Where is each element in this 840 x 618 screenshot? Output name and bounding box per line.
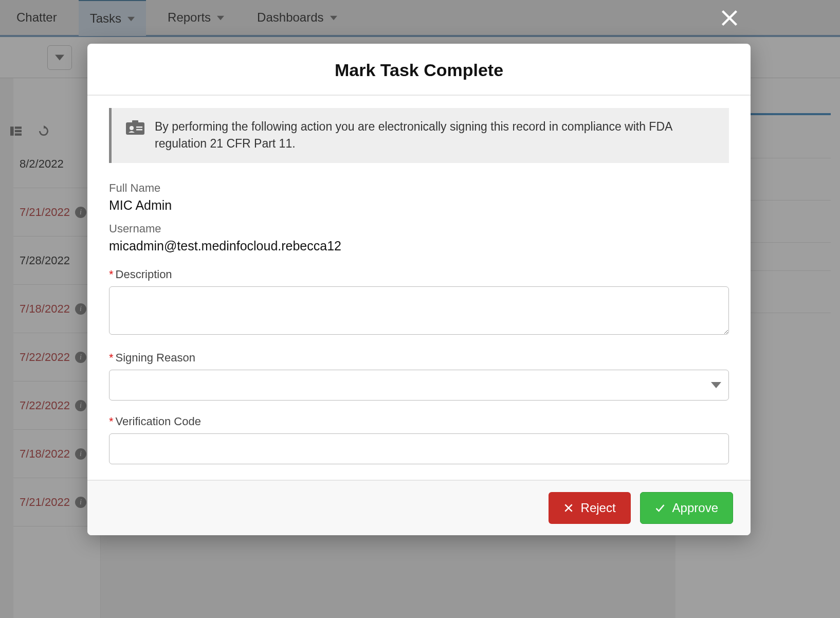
label-text: Signing Reason bbox=[116, 351, 195, 364]
approve-button[interactable]: Approve bbox=[640, 492, 733, 524]
signing-reason-field: *Signing Reason bbox=[109, 351, 729, 401]
modal-footer: Reject Approve bbox=[87, 480, 751, 535]
verification-code-label: *Verification Code bbox=[109, 415, 729, 428]
close-icon bbox=[563, 503, 574, 513]
check-icon bbox=[655, 503, 665, 513]
signing-reason-select[interactable] bbox=[109, 370, 729, 401]
reject-button[interactable]: Reject bbox=[549, 492, 631, 524]
signing-reason-label: *Signing Reason bbox=[109, 351, 729, 365]
full-name-label: Full Name bbox=[109, 181, 729, 195]
modal-title: Mark Task Complete bbox=[98, 60, 740, 80]
svg-rect-10 bbox=[136, 129, 142, 131]
username-label: Username bbox=[109, 222, 729, 235]
svg-rect-6 bbox=[126, 122, 144, 135]
close-modal-button[interactable] bbox=[717, 5, 742, 31]
compliance-notice: By performing the following action you a… bbox=[109, 108, 729, 163]
chevron-down-icon bbox=[711, 380, 721, 390]
required-indicator: * bbox=[109, 415, 114, 428]
username-field: Username micadmin@test.medinfocloud.rebe… bbox=[109, 222, 729, 253]
id-card-icon bbox=[126, 120, 144, 137]
verification-code-input[interactable] bbox=[109, 433, 729, 464]
username-value: micadmin@test.medinfocloud.rebecca12 bbox=[109, 239, 729, 253]
svg-point-8 bbox=[130, 126, 134, 130]
full-name-field: Full Name MIC Admin bbox=[109, 181, 729, 213]
button-label: Approve bbox=[672, 501, 718, 515]
description-field: *Description bbox=[109, 268, 729, 337]
required-indicator: * bbox=[109, 351, 114, 364]
required-indicator: * bbox=[109, 268, 114, 281]
button-label: Reject bbox=[581, 501, 616, 515]
verification-code-field: *Verification Code bbox=[109, 415, 729, 464]
svg-rect-9 bbox=[136, 126, 142, 128]
mark-task-complete-modal: Mark Task Complete By performing the fol… bbox=[87, 44, 751, 535]
description-label: *Description bbox=[109, 268, 729, 281]
full-name-value: MIC Admin bbox=[109, 198, 729, 213]
description-input[interactable] bbox=[109, 286, 729, 335]
modal-body: By performing the following action you a… bbox=[87, 96, 751, 480]
notice-text: By performing the following action you a… bbox=[155, 118, 715, 153]
label-text: Verification Code bbox=[116, 415, 201, 428]
modal-header: Mark Task Complete bbox=[87, 44, 751, 96]
label-text: Description bbox=[116, 268, 172, 281]
svg-rect-7 bbox=[132, 120, 138, 123]
